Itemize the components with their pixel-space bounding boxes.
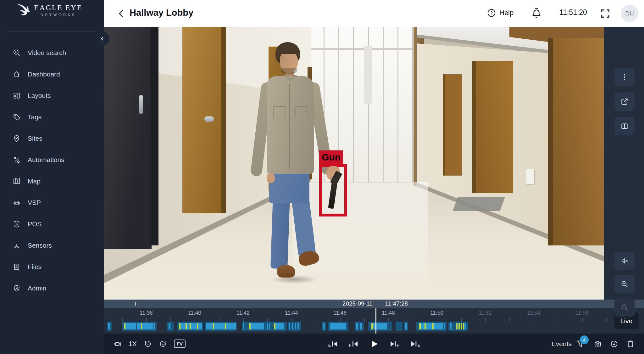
sidebar-item-pos[interactable]: $ POS — [0, 215, 104, 233]
analytic-event-marker[interactable] — [458, 323, 460, 329]
timeline[interactable]: 11:3611:3811:4011:4211:4411:4611:4811:50… — [104, 308, 644, 334]
recorded-video-segment[interactable] — [167, 322, 174, 331]
analytic-event-marker[interactable] — [213, 323, 214, 329]
snapshot-button[interactable] — [594, 340, 602, 348]
motion-segment[interactable] — [187, 323, 190, 329]
play-button[interactable] — [369, 339, 379, 349]
download-button[interactable] — [610, 340, 618, 348]
motion-segment[interactable] — [206, 323, 213, 329]
motion-segment[interactable] — [297, 323, 299, 329]
sidebar-item-sensors[interactable]: Sensors — [0, 237, 104, 254]
sidebar-item-files[interactable]: Files — [0, 258, 104, 276]
motion-segment[interactable] — [356, 323, 358, 329]
motion-segment[interactable] — [226, 323, 236, 329]
motion-segment[interactable] — [214, 323, 225, 329]
motion-segment[interactable] — [180, 323, 186, 329]
fullscreen-button[interactable] — [600, 8, 611, 19]
motion-segment[interactable] — [405, 323, 407, 329]
analytic-event-marker[interactable] — [197, 323, 198, 329]
sidebar-item-layouts[interactable]: Layouts — [0, 87, 104, 104]
full-video-mode-button[interactable]: FV — [174, 340, 186, 348]
motion-segment[interactable] — [243, 323, 244, 329]
analytic-event-marker[interactable] — [141, 323, 142, 329]
motion-segment[interactable] — [191, 323, 197, 329]
motion-segment[interactable] — [426, 323, 432, 329]
more-options-button[interactable] — [614, 68, 635, 86]
recorded-video-segment[interactable] — [396, 322, 402, 331]
motion-segment[interactable] — [295, 323, 296, 329]
motion-segment[interactable] — [434, 323, 443, 329]
sidebar-collapse-button[interactable] — [96, 32, 109, 46]
analytic-event-marker[interactable] — [419, 323, 421, 329]
user-avatar[interactable]: DU — [621, 5, 638, 22]
sidebar-item-admin[interactable]: Admin — [0, 279, 104, 297]
timeline-zoom-in-button[interactable]: + — [131, 300, 140, 308]
motion-segment[interactable] — [251, 323, 264, 329]
add-camera-to-timeline-button[interactable] — [113, 340, 121, 348]
sidebar-item-automations[interactable]: Automations — [0, 151, 104, 169]
motion-segment[interactable] — [142, 323, 153, 329]
motion-segment[interactable] — [125, 323, 136, 329]
analytic-event-marker[interactable] — [425, 323, 426, 329]
split-view-button[interactable] — [614, 117, 635, 135]
back-button[interactable] — [116, 8, 127, 19]
motion-segment[interactable] — [450, 323, 452, 329]
next-frame-button[interactable]: F — [389, 340, 399, 348]
analytic-event-marker[interactable] — [186, 323, 187, 329]
rewind-10s-button[interactable]: 10 — [144, 340, 152, 348]
motion-segment[interactable] — [154, 323, 155, 329]
analytic-event-marker[interactable] — [371, 323, 373, 329]
analytic-event-marker[interactable] — [456, 323, 458, 329]
motion-segment[interactable] — [275, 323, 284, 329]
motion-segment[interactable] — [323, 323, 325, 329]
motion-segment[interactable] — [289, 323, 290, 329]
analytic-event-marker[interactable] — [432, 323, 434, 329]
sidebar-item-map[interactable]: Map — [0, 172, 104, 190]
analytic-event-marker[interactable] — [179, 323, 180, 329]
copy-clipboard-button[interactable] — [626, 340, 635, 348]
open-in-new-window-button[interactable] — [614, 93, 635, 111]
motion-segment[interactable] — [292, 323, 293, 329]
analytic-event-marker[interactable] — [461, 323, 462, 329]
camera-video-view[interactable]: Gun — [104, 27, 604, 300]
sidebar-item-vsp[interactable]: VSP — [0, 194, 104, 211]
notifications-bell-button[interactable] — [531, 8, 542, 20]
motion-segment[interactable] — [267, 323, 268, 329]
motion-segment[interactable] — [108, 323, 110, 329]
motion-segment[interactable] — [198, 323, 202, 329]
next-event-button[interactable]: E — [409, 340, 420, 348]
timeline-playhead[interactable] — [375, 308, 376, 334]
playback-speed-button[interactable]: 1X — [128, 340, 137, 348]
zoom-out-button[interactable] — [614, 298, 635, 317]
sidebar-item-dashboard[interactable]: Dashboard — [0, 65, 104, 83]
help-button[interactable]: ? Help — [487, 8, 514, 18]
mute-audio-button[interactable] — [614, 252, 635, 270]
motion-segment[interactable] — [464, 323, 466, 329]
svg-text:$: $ — [16, 222, 18, 226]
analytic-event-marker[interactable] — [249, 323, 251, 329]
analytic-event-marker[interactable] — [190, 323, 191, 329]
sidebar-item-tags[interactable]: Tags — [0, 108, 104, 126]
timeline-track[interactable] — [104, 308, 644, 334]
motion-segment[interactable] — [444, 323, 445, 329]
zoom-in-button[interactable] — [614, 275, 635, 293]
analytic-event-marker[interactable] — [463, 323, 464, 329]
sidebar-item-sites[interactable]: Sites — [0, 130, 104, 147]
motion-segment[interactable] — [169, 323, 170, 329]
motion-segment[interactable] — [137, 323, 141, 329]
forward-10s-button[interactable]: 10 — [159, 340, 167, 348]
previous-event-button[interactable]: E — [328, 340, 339, 348]
previous-frame-button[interactable]: F — [349, 340, 359, 348]
sidebar-item-video-search[interactable]: Video search — [0, 44, 104, 62]
person-beard — [281, 68, 297, 74]
events-filter-button[interactable]: Events 4 — [552, 339, 586, 349]
analytic-event-marker[interactable] — [274, 323, 275, 329]
timeline-zoom-out-button[interactable]: − — [120, 300, 130, 308]
motion-segment[interactable] — [421, 323, 425, 329]
sidebar-divider — [6, 31, 97, 31]
analytic-event-marker[interactable] — [124, 323, 125, 329]
motion-segment[interactable] — [330, 323, 346, 329]
motion-segment[interactable] — [269, 323, 270, 329]
analytic-event-marker[interactable] — [225, 323, 226, 329]
motion-segment[interactable] — [360, 323, 362, 329]
